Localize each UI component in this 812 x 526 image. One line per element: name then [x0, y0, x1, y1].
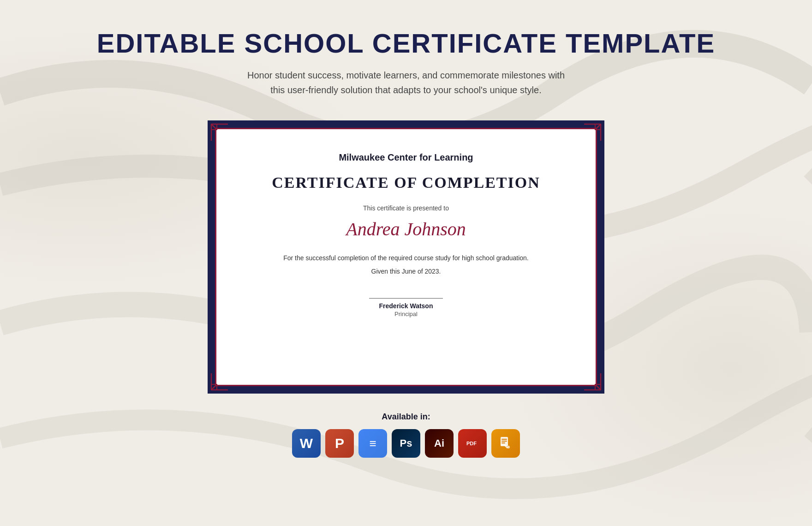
page-subtitle: Honor student success, motivate learners… [245, 68, 567, 97]
corner-decoration-br [583, 372, 602, 391]
cert-presented-text: This certificate is presented to [363, 204, 449, 212]
icon-powerpoint[interactable] [325, 429, 354, 458]
corner-decoration-bl [210, 372, 229, 391]
svg-rect-8 [502, 442, 505, 443]
available-label: Available in: [382, 412, 430, 422]
icon-photoshop[interactable] [392, 429, 420, 458]
cert-date: Given this June of 2023. [371, 268, 441, 275]
cert-description: For the successful completion of the req… [283, 253, 529, 263]
available-section: Available in: PDF [292, 412, 520, 458]
svg-rect-7 [502, 441, 507, 442]
certificate-inner: Milwaukee Center for Learning Certificat… [215, 128, 597, 386]
cert-recipient-name: Andrea Johnson [346, 218, 466, 240]
cert-signature-area: Frederick Watson Principal [369, 298, 443, 317]
certificate-outer: Milwaukee Center for Learning Certificat… [208, 120, 604, 394]
icon-illustrator[interactable] [425, 429, 454, 458]
svg-text:PDF: PDF [466, 441, 477, 446]
cert-signer-name: Frederick Watson [379, 302, 433, 310]
app-icons-container: PDF [292, 429, 520, 458]
icon-acrobat[interactable]: PDF [458, 429, 487, 458]
svg-rect-6 [502, 439, 507, 440]
corner-decoration-tl [210, 123, 229, 142]
icon-pages[interactable] [491, 429, 520, 458]
cert-signature-line [369, 298, 443, 299]
page-title: Editable School Certificate Template [97, 28, 715, 59]
icon-word[interactable] [292, 429, 321, 458]
cert-signer-title: Principal [394, 311, 418, 317]
corner-decoration-tr [583, 123, 602, 142]
cert-title: Certificate of Completion [272, 174, 540, 191]
icon-google-docs[interactable] [358, 429, 387, 458]
cert-institution: Milwaukee Center for Learning [339, 152, 473, 163]
svg-point-9 [507, 446, 510, 448]
